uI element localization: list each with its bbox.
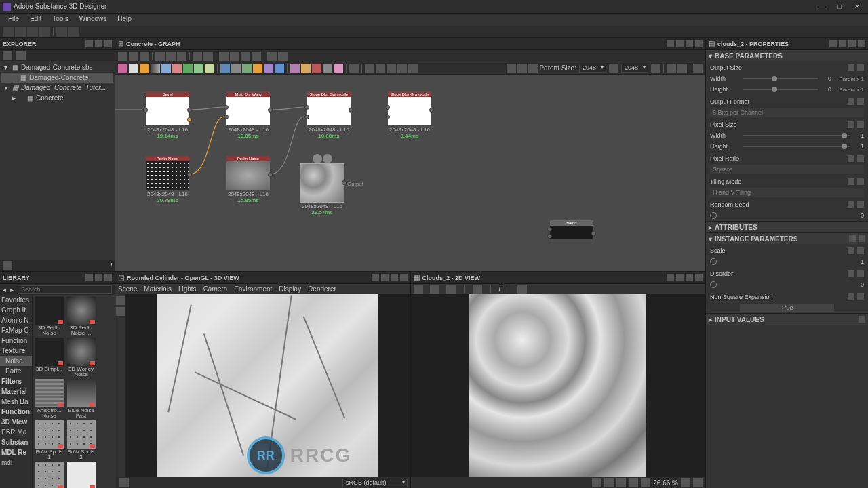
menu-windows[interactable]: Windows <box>74 14 113 26</box>
lib-item[interactable]: Anisotro... Noise <box>34 379 64 419</box>
height-slider[interactable] <box>743 89 818 90</box>
output-port[interactable] <box>591 231 596 236</box>
menu-icon[interactable] <box>857 64 864 71</box>
expose-icon[interactable] <box>848 293 854 300</box>
input-port[interactable] <box>547 234 552 239</box>
node-bevel[interactable]: Bevel 2048x2048 - L16 19.14ms <box>145 92 190 139</box>
lib-item[interactable]: 3D Simpl... <box>34 338 64 378</box>
info-icon[interactable]: i <box>111 262 112 270</box>
expose-icon[interactable] <box>848 121 854 128</box>
tree-item-graph-selected[interactable]: ▦ Damaged-Concrete <box>1 73 113 83</box>
lib-item[interactable]: Cells 1 <box>66 462 96 488</box>
library-search-input[interactable] <box>18 285 112 294</box>
saveall-icon[interactable] <box>39 27 50 37</box>
lib-cat-function2[interactable]: Function <box>0 407 32 417</box>
lib-cat-pattern[interactable]: Patte <box>0 366 32 376</box>
info-icon[interactable]: i <box>499 285 500 293</box>
gt-select-icon[interactable] <box>118 52 127 61</box>
misc-icon[interactable] <box>365 64 374 73</box>
misc-icon[interactable] <box>408 64 418 73</box>
output-port[interactable] <box>342 180 347 185</box>
view3d-menu-materials[interactable]: Materials <box>144 285 172 293</box>
view2d-lock-icon[interactable] <box>693 478 703 487</box>
lib-item[interactable]: 3D Perlin Noise ... <box>66 296 96 336</box>
lib-cat-pbr[interactable]: PBR Ma <box>0 427 32 437</box>
link-icon[interactable] <box>609 64 618 73</box>
view3d-close-icon[interactable] <box>400 274 408 281</box>
view3d-cam-icon[interactable] <box>116 296 125 305</box>
gt-curve-icon[interactable] <box>241 52 250 61</box>
menu-help[interactable]: Help <box>112 14 137 26</box>
node-perlin2[interactable]: Perlin Noise 2048x2048 - L16 15.85ms <box>226 156 271 203</box>
explorer-bottom-tool1-icon[interactable] <box>3 261 12 270</box>
lib-cat-filters[interactable]: Filters <box>0 376 32 386</box>
filter-icon[interactable] <box>334 64 343 73</box>
chevron-down-icon[interactable]: ▾ <box>4 84 7 92</box>
output-port[interactable] <box>268 108 273 113</box>
tree-item-sbs[interactable]: ▾ ▦ Damaged-Concrete.sbs <box>1 62 113 73</box>
lib-item[interactable]: BnW Spots 1 <box>34 420 64 460</box>
menu-icon[interactable] <box>857 247 864 254</box>
out-icon[interactable] <box>349 64 359 73</box>
properties-max-icon[interactable] <box>839 40 846 47</box>
atomic-levels-icon[interactable] <box>183 64 193 73</box>
lib-cat-atomic[interactable]: Atomic N <box>0 315 32 325</box>
scale-radio[interactable] <box>710 258 717 265</box>
properties-restore-icon[interactable] <box>848 40 856 47</box>
node-slopeblur1[interactable]: Slope Blur Grayscale 2048x2048 - L16 10.… <box>307 92 351 139</box>
view2d-tool-icon[interactable] <box>414 285 423 294</box>
lib-cat-3dview[interactable]: 3D View <box>0 417 32 427</box>
view2d-grid-icon[interactable] <box>592 478 601 487</box>
gen-icon[interactable] <box>264 64 273 73</box>
view2d-tool-icon[interactable] <box>473 285 482 294</box>
menu-file[interactable]: File <box>3 14 24 26</box>
undo-icon[interactable] <box>56 27 67 37</box>
misc-icon[interactable] <box>397 64 407 73</box>
lib-cat-mdl[interactable]: mdl <box>0 458 32 468</box>
gt-pen-icon[interactable] <box>252 52 261 61</box>
menu-icon[interactable] <box>857 121 864 128</box>
explorer-close-icon[interactable] <box>104 40 112 47</box>
view3d-light-icon[interactable] <box>116 307 125 316</box>
node-perlin1[interactable]: Perlin Noise 2048x2048 - L16 20.79ms <box>145 156 190 203</box>
view2d-restore-icon[interactable] <box>686 274 693 281</box>
output-format-value[interactable]: 8 Bits per Channel <box>710 108 864 117</box>
gt-arrow-icon[interactable] <box>230 52 239 61</box>
expose-icon[interactable] <box>848 155 854 162</box>
random-seed-radio[interactable] <box>710 212 717 219</box>
output-port[interactable] <box>268 172 273 177</box>
tree-item-sbs2[interactable]: ▾ ▦ Damaged_Concrete_Tutor... <box>1 83 113 93</box>
gt-pin-icon[interactable] <box>278 52 288 61</box>
input-port[interactable] <box>304 115 309 119</box>
library-close-icon[interactable] <box>104 274 112 281</box>
library-pin-icon[interactable] <box>85 274 93 281</box>
atomic-warp-icon[interactable] <box>172 64 182 73</box>
expose-icon[interactable] <box>848 201 854 208</box>
pixel-height-slider[interactable] <box>743 146 850 147</box>
tree-item-concrete[interactable]: ▸ ▦ Concrete <box>1 93 113 103</box>
gt-dup-icon[interactable] <box>193 52 202 61</box>
menu-icon[interactable] <box>857 293 864 300</box>
gen-icon[interactable] <box>220 64 230 73</box>
lib-cat-favorites[interactable]: Favorites <box>0 295 32 305</box>
properties-pin-icon[interactable] <box>829 40 837 47</box>
explorer-pin-icon[interactable] <box>85 40 93 47</box>
view3d-canvas[interactable]: RR RRCG <box>125 294 410 477</box>
view2d-max-icon[interactable] <box>676 274 684 281</box>
gen-icon[interactable] <box>231 64 241 73</box>
misc-icon[interactable] <box>507 64 516 73</box>
lib-item[interactable]: Blue Noise Fast <box>66 379 96 419</box>
library-max-icon[interactable] <box>95 274 102 281</box>
view3d-max-icon[interactable] <box>381 274 389 281</box>
input-port[interactable] <box>224 105 229 110</box>
menu-icon[interactable] <box>857 270 864 277</box>
view-icon[interactable] <box>677 64 687 73</box>
collapse-icon[interactable]: ▾ <box>709 235 712 243</box>
node-multiwarp[interactable]: Multi Dir. Warp Grayscale 2048x2048 - L1… <box>226 92 271 139</box>
minimize-button[interactable]: — <box>814 1 830 12</box>
explorer-tool1-icon[interactable] <box>3 51 12 60</box>
menu-icon[interactable] <box>857 201 864 208</box>
explorer-tool2-icon[interactable] <box>16 51 26 60</box>
lib-cat-function[interactable]: Function <box>0 336 32 346</box>
atomic-blend-icon[interactable] <box>140 64 149 73</box>
